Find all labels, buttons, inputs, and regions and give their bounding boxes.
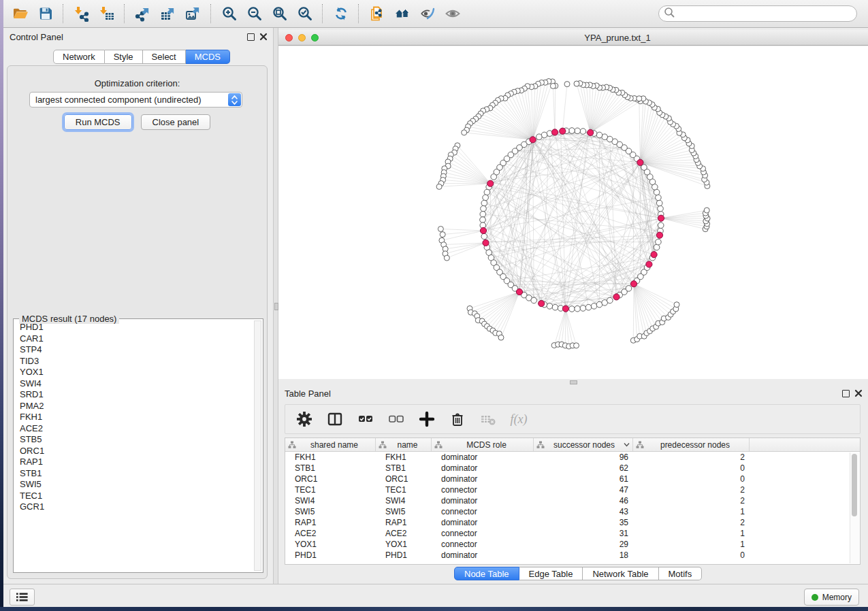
- mcds-result-item[interactable]: STB1: [20, 468, 253, 480]
- open-file-icon[interactable]: [7, 3, 33, 24]
- column-header-shared-name[interactable]: shared name: [285, 438, 376, 451]
- tab-select[interactable]: Select: [143, 50, 186, 64]
- node-table: shared name name MCDS role successor nod…: [285, 437, 861, 565]
- refresh-layout-icon[interactable]: [328, 3, 353, 24]
- table-row[interactable]: FKH1FKH1dominator962: [285, 452, 860, 463]
- vertical-splitter[interactable]: [273, 28, 278, 584]
- memory-label: Memory: [822, 593, 852, 602]
- import-table-icon[interactable]: [94, 3, 119, 24]
- scrollbar-thumb[interactable]: [852, 454, 857, 516]
- mcds-result-item[interactable]: CAR1: [20, 333, 253, 345]
- optimization-criterion-select[interactable]: largest connected component (undirected): [29, 92, 242, 108]
- task-history-button[interactable]: [10, 589, 35, 606]
- zoom-selected-icon[interactable]: [292, 3, 317, 24]
- mcds-result-item[interactable]: STB5: [20, 434, 253, 446]
- tab-mcds[interactable]: MCDS: [186, 50, 230, 64]
- mcds-result-item[interactable]: SWI5: [20, 479, 253, 491]
- select-all-icon[interactable]: [356, 410, 375, 429]
- export-image-icon[interactable]: [180, 3, 206, 24]
- mcds-result-item[interactable]: PMA2: [20, 401, 253, 412]
- table-cell: SWI4: [285, 496, 376, 506]
- column-header-MCDS-role[interactable]: MCDS role: [432, 438, 534, 451]
- zoom-in-icon[interactable]: [216, 3, 242, 24]
- mcds-result-item[interactable]: STP4: [20, 344, 253, 356]
- table-tab-edge-table[interactable]: Edge Table: [519, 567, 583, 580]
- table-tab-node-table[interactable]: Node Table: [454, 567, 519, 580]
- mcds-result-item[interactable]: SRD1: [20, 389, 253, 401]
- table-cell: STB1: [376, 463, 432, 473]
- column-header-name[interactable]: name: [376, 438, 432, 451]
- save-session-icon[interactable]: [33, 3, 58, 24]
- table-row[interactable]: YOX1YOX1connector291: [285, 539, 860, 550]
- close-panel-button[interactable]: Close panel: [141, 114, 211, 130]
- list-icon: [16, 593, 28, 601]
- export-network-icon[interactable]: [130, 3, 155, 24]
- toggle-columns-icon[interactable]: [325, 410, 344, 429]
- network-canvas[interactable]: [278, 46, 868, 379]
- tab-network[interactable]: Network: [53, 50, 105, 64]
- float-panel-icon[interactable]: [842, 390, 850, 397]
- table-row[interactable]: RAP1RAP1dominator352: [285, 517, 860, 528]
- table-cell: FKH1: [285, 452, 376, 462]
- mcds-result-item[interactable]: ACE2: [20, 423, 253, 435]
- close-panel-icon[interactable]: [259, 33, 268, 41]
- select-stepper-icon: [228, 93, 241, 106]
- search-box[interactable]: [658, 5, 857, 22]
- mcds-result-item[interactable]: RAP1: [20, 457, 253, 468]
- table-cell: connector: [432, 507, 534, 516]
- close-panel-icon[interactable]: [854, 389, 863, 397]
- horizontal-splitter[interactable]: [278, 379, 868, 384]
- add-entry-icon[interactable]: [417, 410, 436, 429]
- column-header-successor-nodes[interactable]: successor nodes: [534, 438, 633, 451]
- table-row[interactable]: STB1STB1dominator620: [285, 463, 860, 474]
- table-panel-tabs: Node TableEdge TableNetwork TableMotifs: [454, 567, 702, 580]
- table-row[interactable]: SWI5SWI5connector431: [285, 506, 860, 517]
- mcds-result-group: MCDS result (17 nodes) PHD1CAR1STP4TID3Y…: [13, 318, 263, 573]
- table-row[interactable]: ORC1ORC1dominator610: [285, 474, 860, 484]
- table-scrollbar[interactable]: [850, 452, 859, 563]
- mcds-result-item[interactable]: SWI4: [20, 378, 253, 390]
- table-settings-icon[interactable]: [295, 410, 314, 429]
- mcds-result-item[interactable]: GCR1: [20, 501, 253, 513]
- export-table-icon[interactable]: [155, 3, 180, 24]
- mcds-result-item[interactable]: PHD1: [20, 322, 253, 333]
- table-panel-titlebar: Table Panel: [278, 384, 868, 402]
- optimization-criterion-value: largest connected component (undirected): [35, 95, 202, 105]
- import-network-icon[interactable]: [69, 3, 94, 24]
- table-cell: 2: [633, 485, 750, 495]
- table-row[interactable]: PHD1PHD1dominator180: [285, 550, 860, 561]
- column-header-predecessor-nodes[interactable]: predecessor nodes: [633, 438, 750, 451]
- mcds-result-item[interactable]: FKH1: [20, 412, 253, 423]
- mcds-result-item[interactable]: TID3: [20, 356, 253, 367]
- table-row[interactable]: TEC1TEC1connector472: [285, 484, 860, 495]
- search-input[interactable]: [675, 7, 856, 20]
- run-mcds-button[interactable]: Run MCDS: [64, 114, 132, 130]
- show-graphics-details-eye-icon[interactable]: [440, 3, 465, 24]
- show-panels-home-icon[interactable]: [389, 3, 415, 24]
- mcds-result-list[interactable]: PHD1CAR1STP4TID3YOX1SWI4SRD1PMA2FKH1ACE2…: [14, 322, 253, 571]
- network-window-title: YPA_prune.txt_1: [278, 33, 868, 43]
- mcds-result-scrollbar[interactable]: [254, 320, 261, 571]
- deselect-all-icon[interactable]: [387, 410, 406, 429]
- hide-selected-eye-slash-icon[interactable]: [415, 3, 440, 24]
- mcds-result-item[interactable]: ORC1: [20, 446, 253, 457]
- table-cell: dominator: [432, 518, 534, 527]
- table-cell: FKH1: [376, 452, 432, 462]
- memory-button[interactable]: Memory: [804, 589, 859, 606]
- table-cell: connector: [432, 529, 534, 538]
- table-tab-motifs[interactable]: Motifs: [659, 567, 703, 580]
- tab-style[interactable]: Style: [105, 50, 143, 64]
- table-tab-network-table[interactable]: Network Table: [583, 567, 658, 580]
- mcds-result-item[interactable]: TEC1: [20, 491, 253, 502]
- delete-entries-icon[interactable]: [448, 410, 467, 429]
- new-network-from-selection-icon[interactable]: [364, 3, 389, 24]
- float-panel-icon[interactable]: [247, 33, 255, 41]
- toolbar-separator: [63, 4, 64, 23]
- mcds-result-item[interactable]: YOX1: [20, 367, 253, 378]
- zoom-out-icon[interactable]: [242, 3, 267, 24]
- shared-column-icon: [379, 441, 387, 449]
- table-row[interactable]: ACE2ACE2connector311: [285, 528, 860, 539]
- network-window-titlebar[interactable]: YPA_prune.txt_1: [278, 30, 868, 46]
- zoom-fit-icon[interactable]: [267, 3, 292, 24]
- table-row[interactable]: SWI4SWI4dominator462: [285, 495, 860, 506]
